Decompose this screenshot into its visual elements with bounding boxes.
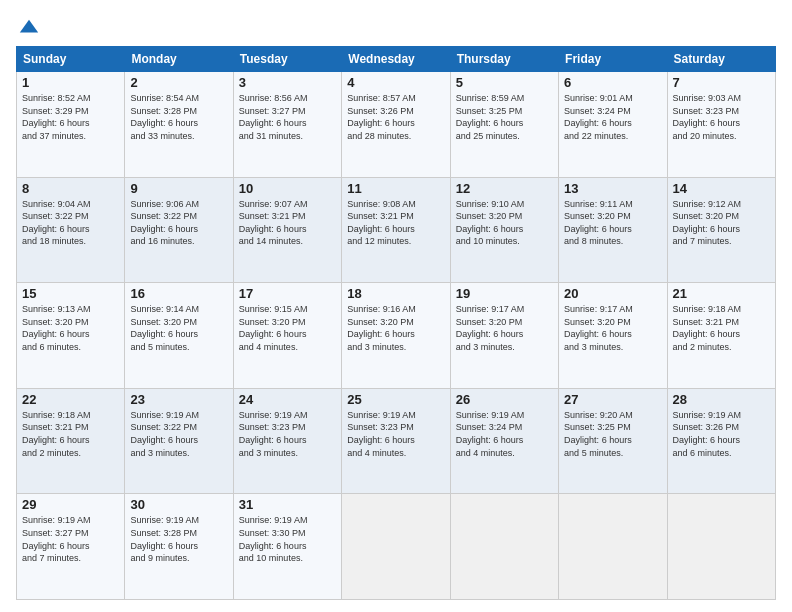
calendar-table: SundayMondayTuesdayWednesdayThursdayFrid… [16,46,776,600]
day-number: 14 [673,181,770,196]
day-number: 4 [347,75,444,90]
day-number: 25 [347,392,444,407]
day-info: Sunrise: 9:19 AM Sunset: 3:26 PM Dayligh… [673,409,770,459]
calendar-day-cell [559,494,667,600]
day-info: Sunrise: 9:03 AM Sunset: 3:23 PM Dayligh… [673,92,770,142]
weekday-header-cell: Friday [559,47,667,72]
day-info: Sunrise: 9:18 AM Sunset: 3:21 PM Dayligh… [673,303,770,353]
day-number: 7 [673,75,770,90]
day-info: Sunrise: 9:18 AM Sunset: 3:21 PM Dayligh… [22,409,119,459]
day-number: 9 [130,181,227,196]
day-info: Sunrise: 9:17 AM Sunset: 3:20 PM Dayligh… [456,303,553,353]
calendar-day-cell: 22 Sunrise: 9:18 AM Sunset: 3:21 PM Dayl… [17,388,125,494]
day-number: 2 [130,75,227,90]
day-number: 10 [239,181,336,196]
day-info: Sunrise: 9:19 AM Sunset: 3:30 PM Dayligh… [239,514,336,564]
calendar-day-cell: 8 Sunrise: 9:04 AM Sunset: 3:22 PM Dayli… [17,177,125,283]
calendar-day-cell: 6 Sunrise: 9:01 AM Sunset: 3:24 PM Dayli… [559,72,667,178]
day-number: 13 [564,181,661,196]
svg-marker-0 [20,20,38,33]
calendar-day-cell: 4 Sunrise: 8:57 AM Sunset: 3:26 PM Dayli… [342,72,450,178]
calendar-day-cell: 17 Sunrise: 9:15 AM Sunset: 3:20 PM Dayl… [233,283,341,389]
calendar-day-cell: 25 Sunrise: 9:19 AM Sunset: 3:23 PM Dayl… [342,388,450,494]
day-info: Sunrise: 9:19 AM Sunset: 3:23 PM Dayligh… [347,409,444,459]
weekday-header-cell: Monday [125,47,233,72]
day-number: 18 [347,286,444,301]
day-info: Sunrise: 9:04 AM Sunset: 3:22 PM Dayligh… [22,198,119,248]
day-info: Sunrise: 8:54 AM Sunset: 3:28 PM Dayligh… [130,92,227,142]
day-info: Sunrise: 9:19 AM Sunset: 3:23 PM Dayligh… [239,409,336,459]
calendar-day-cell: 19 Sunrise: 9:17 AM Sunset: 3:20 PM Dayl… [450,283,558,389]
calendar-day-cell: 14 Sunrise: 9:12 AM Sunset: 3:20 PM Dayl… [667,177,775,283]
day-number: 21 [673,286,770,301]
day-info: Sunrise: 8:57 AM Sunset: 3:26 PM Dayligh… [347,92,444,142]
day-info: Sunrise: 9:19 AM Sunset: 3:27 PM Dayligh… [22,514,119,564]
calendar-day-cell: 5 Sunrise: 8:59 AM Sunset: 3:25 PM Dayli… [450,72,558,178]
day-number: 31 [239,497,336,512]
day-number: 5 [456,75,553,90]
day-info: Sunrise: 9:06 AM Sunset: 3:22 PM Dayligh… [130,198,227,248]
calendar-day-cell [342,494,450,600]
weekday-header-cell: Wednesday [342,47,450,72]
calendar-day-cell: 20 Sunrise: 9:17 AM Sunset: 3:20 PM Dayl… [559,283,667,389]
calendar-week-row: 8 Sunrise: 9:04 AM Sunset: 3:22 PM Dayli… [17,177,776,283]
calendar-week-row: 1 Sunrise: 8:52 AM Sunset: 3:29 PM Dayli… [17,72,776,178]
calendar-day-cell: 26 Sunrise: 9:19 AM Sunset: 3:24 PM Dayl… [450,388,558,494]
day-number: 26 [456,392,553,407]
day-number: 6 [564,75,661,90]
calendar-day-cell: 12 Sunrise: 9:10 AM Sunset: 3:20 PM Dayl… [450,177,558,283]
calendar-week-row: 15 Sunrise: 9:13 AM Sunset: 3:20 PM Dayl… [17,283,776,389]
day-info: Sunrise: 9:14 AM Sunset: 3:20 PM Dayligh… [130,303,227,353]
calendar-day-cell: 3 Sunrise: 8:56 AM Sunset: 3:27 PM Dayli… [233,72,341,178]
day-number: 20 [564,286,661,301]
day-info: Sunrise: 9:19 AM Sunset: 3:24 PM Dayligh… [456,409,553,459]
day-info: Sunrise: 9:17 AM Sunset: 3:20 PM Dayligh… [564,303,661,353]
day-info: Sunrise: 9:08 AM Sunset: 3:21 PM Dayligh… [347,198,444,248]
day-number: 12 [456,181,553,196]
weekday-header-row: SundayMondayTuesdayWednesdayThursdayFrid… [17,47,776,72]
day-number: 17 [239,286,336,301]
calendar-day-cell: 24 Sunrise: 9:19 AM Sunset: 3:23 PM Dayl… [233,388,341,494]
day-number: 3 [239,75,336,90]
calendar-day-cell: 1 Sunrise: 8:52 AM Sunset: 3:29 PM Dayli… [17,72,125,178]
day-number: 27 [564,392,661,407]
day-info: Sunrise: 9:11 AM Sunset: 3:20 PM Dayligh… [564,198,661,248]
day-number: 30 [130,497,227,512]
day-info: Sunrise: 9:12 AM Sunset: 3:20 PM Dayligh… [673,198,770,248]
day-info: Sunrise: 9:19 AM Sunset: 3:22 PM Dayligh… [130,409,227,459]
day-number: 11 [347,181,444,196]
logo [16,12,40,38]
day-number: 29 [22,497,119,512]
day-info: Sunrise: 9:13 AM Sunset: 3:20 PM Dayligh… [22,303,119,353]
day-info: Sunrise: 9:01 AM Sunset: 3:24 PM Dayligh… [564,92,661,142]
day-number: 28 [673,392,770,407]
weekday-header-cell: Sunday [17,47,125,72]
day-number: 24 [239,392,336,407]
calendar-day-cell: 29 Sunrise: 9:19 AM Sunset: 3:27 PM Dayl… [17,494,125,600]
weekday-header-cell: Tuesday [233,47,341,72]
day-info: Sunrise: 8:56 AM Sunset: 3:27 PM Dayligh… [239,92,336,142]
calendar-day-cell [450,494,558,600]
calendar-day-cell: 28 Sunrise: 9:19 AM Sunset: 3:26 PM Dayl… [667,388,775,494]
calendar-day-cell: 10 Sunrise: 9:07 AM Sunset: 3:21 PM Dayl… [233,177,341,283]
day-number: 22 [22,392,119,407]
day-info: Sunrise: 9:15 AM Sunset: 3:20 PM Dayligh… [239,303,336,353]
weekday-header-cell: Thursday [450,47,558,72]
calendar-day-cell: 31 Sunrise: 9:19 AM Sunset: 3:30 PM Dayl… [233,494,341,600]
calendar-day-cell: 27 Sunrise: 9:20 AM Sunset: 3:25 PM Dayl… [559,388,667,494]
day-info: Sunrise: 8:52 AM Sunset: 3:29 PM Dayligh… [22,92,119,142]
calendar-day-cell: 30 Sunrise: 9:19 AM Sunset: 3:28 PM Dayl… [125,494,233,600]
header [16,12,776,38]
calendar-day-cell [667,494,775,600]
calendar-day-cell: 13 Sunrise: 9:11 AM Sunset: 3:20 PM Dayl… [559,177,667,283]
day-number: 1 [22,75,119,90]
day-number: 16 [130,286,227,301]
day-info: Sunrise: 8:59 AM Sunset: 3:25 PM Dayligh… [456,92,553,142]
calendar-day-cell: 7 Sunrise: 9:03 AM Sunset: 3:23 PM Dayli… [667,72,775,178]
calendar-day-cell: 9 Sunrise: 9:06 AM Sunset: 3:22 PM Dayli… [125,177,233,283]
calendar-day-cell: 11 Sunrise: 9:08 AM Sunset: 3:21 PM Dayl… [342,177,450,283]
day-number: 23 [130,392,227,407]
calendar-day-cell: 23 Sunrise: 9:19 AM Sunset: 3:22 PM Dayl… [125,388,233,494]
day-info: Sunrise: 9:20 AM Sunset: 3:25 PM Dayligh… [564,409,661,459]
day-number: 19 [456,286,553,301]
